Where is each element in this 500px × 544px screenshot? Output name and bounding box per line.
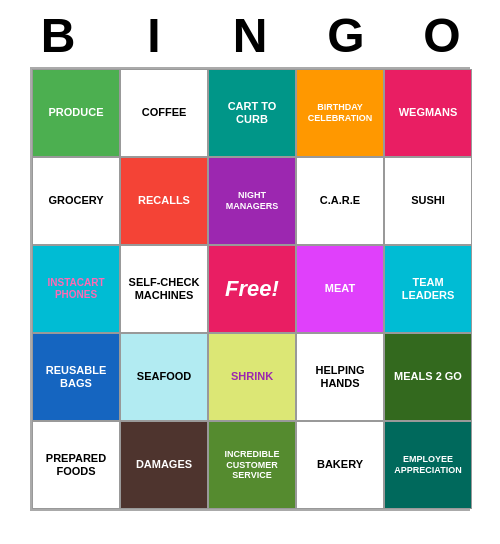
cell-16: SEAFOOD (120, 333, 208, 421)
bingo-grid: PRODUCECOFFEECART TO CURBBIRTHDAY CELEBR… (30, 67, 470, 511)
cell-0: PRODUCE (32, 69, 120, 157)
cell-10: INSTACART PHONES (32, 245, 120, 333)
cell-17: SHRINK (208, 333, 296, 421)
cell-9: SUSHI (384, 157, 472, 245)
cell-22: INCREDIBLE CUSTOMER SERVICE (208, 421, 296, 509)
cell-24: EMPLOYEE APPRECIATION (384, 421, 472, 509)
cell-13: MEAT (296, 245, 384, 333)
letter-g: G (302, 8, 390, 63)
cell-5: GROCERY (32, 157, 120, 245)
cell-7: NIGHT MANAGERS (208, 157, 296, 245)
cell-21: DAMAGES (120, 421, 208, 509)
letter-o: O (398, 8, 486, 63)
cell-23: BAKERY (296, 421, 384, 509)
cell-3: BIRTHDAY CELEBRATION (296, 69, 384, 157)
cell-12: Free! (208, 245, 296, 333)
cell-14: TEAM LEADERS (384, 245, 472, 333)
cell-2: CART TO CURB (208, 69, 296, 157)
bingo-title: B I N G O (10, 0, 490, 67)
cell-4: WEGMANS (384, 69, 472, 157)
cell-11: SELF-CHECK MACHINES (120, 245, 208, 333)
letter-i: I (110, 8, 198, 63)
cell-19: MEALS 2 GO (384, 333, 472, 421)
cell-18: HELPING HANDS (296, 333, 384, 421)
letter-b: B (14, 8, 102, 63)
cell-8: C.A.R.E (296, 157, 384, 245)
cell-6: RECALLS (120, 157, 208, 245)
cell-1: COFFEE (120, 69, 208, 157)
cell-15: REUSABLE BAGS (32, 333, 120, 421)
cell-20: PREPARED FOODS (32, 421, 120, 509)
letter-n: N (206, 8, 294, 63)
